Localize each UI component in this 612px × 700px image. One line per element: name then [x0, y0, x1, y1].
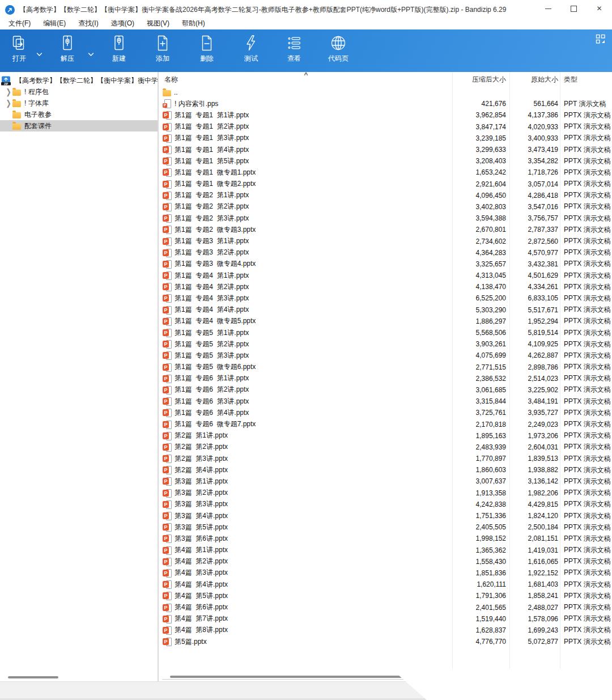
table-row[interactable]: 第2篇 第4讲.pptx1,860,6031,938,882PPTX 演示文稿 — [159, 464, 612, 476]
file-original-size: 2,604,031 — [509, 443, 560, 451]
table-row[interactable]: 第3篇 第3讲.pptx4,242,8384,429,815PPTX 演示文稿 — [159, 499, 612, 510]
file-original-size: 1,419,031 — [509, 546, 560, 554]
table-row[interactable]: 第1篇 专题5 第2讲.pptx3,903,2614,109,925PPTX 演… — [159, 338, 612, 350]
table-row[interactable]: 第3篇 第5讲.pptx2,405,5052,500,184PPTX 演示文稿 — [159, 521, 612, 533]
column-header-compressed-size[interactable]: 压缩后大小 — [452, 75, 509, 84]
table-row[interactable]: 第4篇 第5讲.pptx1,791,3061,858,241PPTX 演示文稿 — [159, 590, 612, 601]
table-row[interactable]: 第1篇 专题4 第2讲.pptx4,138,4704,334,261PPTX 演… — [159, 281, 612, 292]
menu-help[interactable]: 帮助(H) — [176, 19, 211, 28]
table-row[interactable]: 第1篇 专题3 微专题4.pptx3,325,6573,432,381PPTX … — [159, 258, 612, 270]
table-row[interactable]: 第1篇 专题4 第1讲.pptx4,313,0454,501,629PPTX 演… — [159, 270, 612, 281]
toolbar: 打开 解压 — [0, 29, 612, 72]
minimize-button[interactable] — [536, 0, 561, 17]
table-row[interactable]: 第1篇 专题2 第3讲.pptx3,594,3883,756,757PPTX 演… — [159, 213, 612, 224]
open-dropdown-chevron-icon[interactable] — [36, 52, 42, 57]
menu-options[interactable]: 选项(O) — [105, 19, 141, 28]
codepage-icon — [330, 33, 347, 53]
table-row[interactable]: 第3篇 第6讲.pptx1,998,1522,081,151PPTX 演示文稿 — [159, 533, 612, 544]
expander-chevron-icon[interactable]: ❯ — [5, 87, 12, 97]
table-row[interactable]: 第1篇 专题2 微专题3.pptx2,670,8012,787,337PPTX … — [159, 224, 612, 235]
table-row[interactable]: 第2篇 第2讲.pptx2,483,9392,604,031PPTX 演示文稿 — [159, 442, 612, 453]
table-row[interactable]: 第1篇 专题5 微专题6.pptx2,771,5152,898,786PPTX … — [159, 362, 612, 373]
folder-icon — [12, 101, 21, 107]
file-type: PPTX 演示文稿 — [560, 282, 612, 292]
codepage-button[interactable]: 代码页 — [322, 33, 354, 69]
column-header-type[interactable]: 类型 — [560, 75, 612, 84]
column-header-original-size[interactable]: 原始大小 — [509, 75, 560, 84]
table-row[interactable]: ! 内容索引.pps421,676561,664PPT 演示文稿 — [159, 98, 612, 109]
table-row[interactable]: 第4篇 第1讲.pptx1,365,3621,419,031PPTX 演示文稿 — [159, 545, 612, 556]
delete-files-button[interactable]: 删除 — [191, 33, 223, 69]
table-row[interactable]: 第2篇 第1讲.pptx1,895,1631,973,206PPTX 演示文稿 — [159, 430, 612, 442]
table-row[interactable]: 第1篇 专题6 第3讲.pptx3,315,8443,484,191PPTX 演… — [159, 396, 612, 407]
table-row[interactable]: 第4篇 第7讲.pptx1,519,4401,578,096PPTX 演示文稿 — [159, 613, 612, 625]
table-row[interactable]: 第4篇 第4讲.pptx1,620,1111,681,403PPTX 演示文稿 — [159, 579, 612, 590]
maximize-button[interactable] — [561, 0, 586, 17]
table-row[interactable]: 第2篇 第3讲.pptx1,770,8971,839,513PPTX 演示文稿 — [159, 453, 612, 464]
file-type: PPTX 演示文稿 — [560, 362, 612, 372]
table-row[interactable]: 第1篇 专题3 第1讲.pptx2,734,6022,872,560PPTX 演… — [159, 235, 612, 247]
file-compressed-size: 3,847,174 — [452, 123, 509, 131]
sidebar-item-courseware-selected[interactable]: ❯ 配套课件 — [0, 120, 158, 131]
table-row[interactable]: 第1篇 专题5 第3讲.pptx4,075,6994,262,887PPTX 演… — [159, 350, 612, 361]
file-original-size: 3,354,282 — [509, 157, 560, 165]
extract-dropdown-chevron-icon[interactable] — [88, 52, 94, 57]
sidebar-horizontal-scrollbar[interactable] — [8, 676, 58, 678]
table-row[interactable]: 第5篇.pptx4,776,7705,072,877PPTX 演示文稿 — [159, 636, 612, 647]
sidebar-item-font-library[interactable]: ❯ ! 字体库 — [0, 97, 158, 109]
menu-view[interactable]: 视图(V) — [141, 19, 176, 28]
bandizip-logo-icon — [5, 5, 15, 15]
pane-splitter[interactable] — [158, 72, 159, 682]
test-archive-button[interactable]: 测试 — [235, 33, 267, 69]
table-row[interactable]: 第1篇 专题5 第1讲.pptx5,568,5065,819,514PPTX 演… — [159, 327, 612, 338]
new-archive-button[interactable]: 新建 — [103, 33, 135, 69]
file-compressed-size: 4,242,838 — [452, 500, 509, 508]
table-row[interactable]: 第1篇 专题1 第3讲.pptx3,239,1853,400,933PPTX 演… — [159, 133, 612, 144]
table-row[interactable]: 第1篇 专题1 第4讲.pptx3,299,6333,473,419PPTX 演… — [159, 144, 612, 155]
table-row[interactable]: 第4篇 第3讲.pptx1,851,8361,922,152PPTX 演示文稿 — [159, 567, 612, 579]
table-row[interactable]: 第1篇 专题1 第5讲.pptx3,208,4033,354,282PPTX 演… — [159, 155, 612, 167]
sidebar-item-e-reference[interactable]: ❯ 电子教参 — [0, 109, 158, 120]
table-row[interactable]: 第1篇 专题1 微专题1.pptx1,653,2421,718,726PPTX … — [159, 167, 612, 178]
close-button[interactable]: ✕ — [586, 0, 612, 17]
table-row[interactable]: 第4篇 第8讲.pptx1,628,8371,699,243PPTX 演示文稿 — [159, 625, 612, 636]
table-row[interactable]: 第3篇 第4讲.pptx1,751,3361,824,120PPTX 演示文稿 — [159, 510, 612, 521]
table-row[interactable]: 第1篇 专题1 第1讲.pptx3,962,8544,137,386PPTX 演… — [159, 109, 612, 121]
table-row[interactable]: 第1篇 专题4 第4讲.pptx5,303,2905,517,671PPTX 演… — [159, 304, 612, 316]
titlebar: 【高考数学】【数学二轮】【衡中学案】衡中学案备战2026年高考数学二轮复习-教师… — [0, 0, 612, 17]
maximize-icon — [571, 6, 577, 12]
sidebar-item-program-pack[interactable]: ❯ ! 程序包 — [0, 86, 158, 97]
table-row[interactable]: 第1篇 专题4 第3讲.pptx6,525,2006,833,105PPTX 演… — [159, 292, 612, 304]
menu-edit[interactable]: 编辑(E) — [37, 19, 72, 28]
add-files-button[interactable]: 添加 — [147, 33, 178, 69]
file-compressed-size: 1,365,362 — [452, 546, 509, 554]
table-row[interactable]: 第1篇 专题3 第2讲.pptx4,364,2834,570,977PPTX 演… — [159, 247, 612, 258]
open-button[interactable]: 打开 — [3, 33, 35, 69]
extract-button[interactable]: 解压 — [52, 33, 83, 69]
menu-file[interactable]: 文件(F) — [2, 19, 37, 28]
file-name: 第2篇 第2讲.pptx — [175, 442, 228, 452]
file-type: PPTX 演示文稿 — [560, 340, 612, 349]
table-row[interactable]: 第4篇 第6讲.pptx2,401,5652,488,027PPTX 演示文稿 — [159, 601, 612, 613]
table-row[interactable]: 第1篇 专题1 微专题2.pptx2,921,6043,057,014PPTX … — [159, 179, 612, 190]
table-row[interactable]: .. — [159, 87, 612, 98]
powerpoint-file-icon — [163, 477, 172, 486]
table-row[interactable]: 第4篇 第2讲.pptx1,558,4301,616,065PPTX 演示文稿 — [159, 556, 612, 567]
table-row[interactable]: 第1篇 专题4 微专题5.pptx1,886,2971,952,294PPTX … — [159, 316, 612, 327]
table-row[interactable]: 第1篇 专题2 第2讲.pptx3,402,8033,547,016PPTX 演… — [159, 201, 612, 213]
open-button-label: 打开 — [12, 54, 26, 63]
menu-find[interactable]: 查找(I) — [72, 19, 104, 28]
table-row[interactable]: 第1篇 专题6 第1讲.pptx2,386,5322,514,023PPTX 演… — [159, 373, 612, 384]
grid-view-icon[interactable] — [596, 34, 606, 44]
table-row[interactable]: 第3篇 第2讲.pptx1,913,3581,982,206PPTX 演示文稿 — [159, 487, 612, 499]
tree-root-archive[interactable]: ZIP 【高考数学】【数学二轮】【衡中学案】衡中学案 — [0, 75, 158, 86]
table-row[interactable]: 第3篇 第1讲.pptx3,007,6373,136,142PPTX 演示文稿 — [159, 476, 612, 487]
file-original-size: 1,718,726 — [509, 168, 560, 176]
table-row[interactable]: 第1篇 专题6 微专题7.pptx2,170,8182,249,023PPTX … — [159, 418, 612, 430]
table-row[interactable]: 第1篇 专题6 第4讲.pptx3,725,7613,935,727PPTX 演… — [159, 407, 612, 418]
expander-chevron-icon[interactable]: ❯ — [5, 99, 12, 108]
table-row[interactable]: 第1篇 专题6 第2讲.pptx3,061,6853,225,902PPTX 演… — [159, 384, 612, 396]
view-file-button[interactable]: 查看 — [278, 33, 310, 69]
table-row[interactable]: 第1篇 专题2 第1讲.pptx4,096,4504,286,418PPTX 演… — [159, 190, 612, 201]
table-row[interactable]: 第1篇 专题1 第2讲.pptx3,847,1744,020,933PPTX 演… — [159, 121, 612, 133]
